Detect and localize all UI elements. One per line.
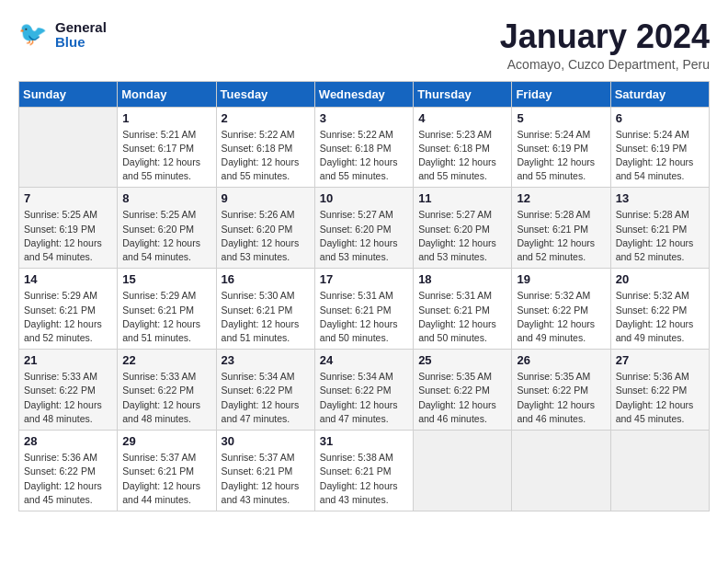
day-info: Sunrise: 5:29 AMSunset: 6:21 PMDaylight:… bbox=[122, 289, 210, 345]
calendar-cell bbox=[610, 431, 709, 511]
day-info: Sunrise: 5:26 AMSunset: 6:20 PMDaylight:… bbox=[222, 208, 310, 264]
day-number: 9 bbox=[222, 191, 310, 205]
month-title: January 2024 bbox=[500, 18, 710, 55]
day-info: Sunrise: 5:23 AMSunset: 6:18 PMDaylight:… bbox=[418, 128, 506, 184]
column-header-sunday: Sunday bbox=[19, 81, 118, 107]
calendar-cell: 31Sunrise: 5:38 AMSunset: 6:21 PMDayligh… bbox=[314, 431, 413, 511]
day-number: 19 bbox=[517, 272, 605, 286]
column-header-wednesday: Wednesday bbox=[314, 81, 413, 107]
day-info: Sunrise: 5:36 AMSunset: 6:22 PMDaylight:… bbox=[616, 370, 704, 426]
calendar-cell bbox=[512, 431, 610, 511]
day-number: 17 bbox=[320, 272, 408, 286]
day-info: Sunrise: 5:35 AMSunset: 6:22 PMDaylight:… bbox=[418, 370, 506, 426]
calendar-cell: 14Sunrise: 5:29 AMSunset: 6:21 PMDayligh… bbox=[19, 269, 118, 350]
calendar-cell: 30Sunrise: 5:37 AMSunset: 6:21 PMDayligh… bbox=[216, 431, 314, 511]
title-area: January 2024 Acomayo, Cuzco Department, … bbox=[500, 18, 710, 72]
day-info: Sunrise: 5:34 AMSunset: 6:22 PMDaylight:… bbox=[222, 370, 310, 426]
calendar-cell: 7Sunrise: 5:25 AMSunset: 6:19 PMDaylight… bbox=[19, 188, 118, 269]
day-number: 18 bbox=[418, 272, 506, 286]
day-info: Sunrise: 5:34 AMSunset: 6:22 PMDaylight:… bbox=[320, 370, 408, 426]
day-number: 11 bbox=[418, 191, 506, 205]
calendar-cell: 2Sunrise: 5:22 AMSunset: 6:18 PMDaylight… bbox=[216, 107, 314, 188]
day-info: Sunrise: 5:24 AMSunset: 6:19 PMDaylight:… bbox=[616, 128, 704, 184]
calendar-cell: 19Sunrise: 5:32 AMSunset: 6:22 PMDayligh… bbox=[512, 269, 610, 350]
day-info: Sunrise: 5:27 AMSunset: 6:20 PMDaylight:… bbox=[418, 208, 506, 264]
day-info: Sunrise: 5:36 AMSunset: 6:22 PMDaylight:… bbox=[24, 451, 112, 507]
calendar-cell: 18Sunrise: 5:31 AMSunset: 6:21 PMDayligh… bbox=[414, 269, 512, 350]
day-info: Sunrise: 5:29 AMSunset: 6:21 PMDaylight:… bbox=[24, 289, 112, 345]
calendar-week-row: 14Sunrise: 5:29 AMSunset: 6:21 PMDayligh… bbox=[19, 269, 710, 350]
day-number: 15 bbox=[122, 272, 210, 286]
logo: 🐦 General Blue bbox=[18, 18, 107, 52]
day-info: Sunrise: 5:37 AMSunset: 6:21 PMDaylight:… bbox=[122, 451, 210, 507]
calendar-cell: 3Sunrise: 5:22 AMSunset: 6:18 PMDaylight… bbox=[314, 107, 413, 188]
calendar-cell: 24Sunrise: 5:34 AMSunset: 6:22 PMDayligh… bbox=[314, 350, 413, 431]
calendar-cell: 28Sunrise: 5:36 AMSunset: 6:22 PMDayligh… bbox=[19, 431, 118, 511]
day-number: 3 bbox=[320, 111, 408, 125]
logo-blue: Blue bbox=[55, 35, 107, 51]
day-number: 30 bbox=[222, 434, 310, 448]
day-info: Sunrise: 5:37 AMSunset: 6:21 PMDaylight:… bbox=[222, 451, 310, 507]
calendar-cell bbox=[414, 431, 512, 511]
day-info: Sunrise: 5:38 AMSunset: 6:21 PMDaylight:… bbox=[320, 451, 408, 507]
day-number: 21 bbox=[24, 353, 112, 367]
column-header-monday: Monday bbox=[118, 81, 216, 107]
calendar-cell: 4Sunrise: 5:23 AMSunset: 6:18 PMDaylight… bbox=[414, 107, 512, 188]
calendar-cell: 9Sunrise: 5:26 AMSunset: 6:20 PMDaylight… bbox=[216, 188, 314, 269]
calendar-week-row: 28Sunrise: 5:36 AMSunset: 6:22 PMDayligh… bbox=[19, 431, 710, 511]
calendar-cell: 17Sunrise: 5:31 AMSunset: 6:21 PMDayligh… bbox=[314, 269, 413, 350]
day-info: Sunrise: 5:31 AMSunset: 6:21 PMDaylight:… bbox=[320, 289, 408, 345]
day-number: 25 bbox=[418, 353, 506, 367]
day-info: Sunrise: 5:28 AMSunset: 6:21 PMDaylight:… bbox=[616, 208, 704, 264]
logo-icon: 🐦 bbox=[18, 18, 51, 52]
day-number: 24 bbox=[320, 353, 408, 367]
day-number: 14 bbox=[24, 272, 112, 286]
day-info: Sunrise: 5:24 AMSunset: 6:19 PMDaylight:… bbox=[517, 128, 605, 184]
day-number: 8 bbox=[122, 191, 210, 205]
calendar-cell: 10Sunrise: 5:27 AMSunset: 6:20 PMDayligh… bbox=[314, 188, 413, 269]
calendar-week-row: 21Sunrise: 5:33 AMSunset: 6:22 PMDayligh… bbox=[19, 350, 710, 431]
calendar-cell: 26Sunrise: 5:35 AMSunset: 6:22 PMDayligh… bbox=[512, 350, 610, 431]
day-info: Sunrise: 5:33 AMSunset: 6:22 PMDaylight:… bbox=[122, 370, 210, 426]
day-info: Sunrise: 5:22 AMSunset: 6:18 PMDaylight:… bbox=[222, 128, 310, 184]
day-info: Sunrise: 5:21 AMSunset: 6:17 PMDaylight:… bbox=[122, 128, 210, 184]
day-info: Sunrise: 5:35 AMSunset: 6:22 PMDaylight:… bbox=[517, 370, 605, 426]
day-number: 22 bbox=[122, 353, 210, 367]
calendar-cell: 25Sunrise: 5:35 AMSunset: 6:22 PMDayligh… bbox=[414, 350, 512, 431]
calendar-cell: 12Sunrise: 5:28 AMSunset: 6:21 PMDayligh… bbox=[512, 188, 610, 269]
day-info: Sunrise: 5:25 AMSunset: 6:20 PMDaylight:… bbox=[122, 208, 210, 264]
column-header-friday: Friday bbox=[512, 81, 610, 107]
column-header-tuesday: Tuesday bbox=[216, 81, 314, 107]
calendar-week-row: 7Sunrise: 5:25 AMSunset: 6:19 PMDaylight… bbox=[19, 188, 710, 269]
day-number: 20 bbox=[616, 272, 704, 286]
day-info: Sunrise: 5:31 AMSunset: 6:21 PMDaylight:… bbox=[418, 289, 506, 345]
calendar-cell: 21Sunrise: 5:33 AMSunset: 6:22 PMDayligh… bbox=[19, 350, 118, 431]
day-number: 10 bbox=[320, 191, 408, 205]
calendar-body: 1Sunrise: 5:21 AMSunset: 6:17 PMDaylight… bbox=[19, 107, 710, 511]
day-number: 16 bbox=[222, 272, 310, 286]
day-number: 5 bbox=[517, 111, 605, 125]
calendar-table: SundayMondayTuesdayWednesdayThursdayFrid… bbox=[18, 81, 710, 511]
calendar-cell: 13Sunrise: 5:28 AMSunset: 6:21 PMDayligh… bbox=[610, 188, 709, 269]
day-number: 31 bbox=[320, 434, 408, 448]
page-header: 🐦 General Blue January 2024 Acomayo, Cuz… bbox=[18, 18, 710, 72]
day-info: Sunrise: 5:28 AMSunset: 6:21 PMDaylight:… bbox=[517, 208, 605, 264]
location-subtitle: Acomayo, Cuzco Department, Peru bbox=[500, 57, 710, 72]
calendar-cell: 16Sunrise: 5:30 AMSunset: 6:21 PMDayligh… bbox=[216, 269, 314, 350]
day-info: Sunrise: 5:22 AMSunset: 6:18 PMDaylight:… bbox=[320, 128, 408, 184]
calendar-cell: 5Sunrise: 5:24 AMSunset: 6:19 PMDaylight… bbox=[512, 107, 610, 188]
day-number: 4 bbox=[418, 111, 506, 125]
day-number: 28 bbox=[24, 434, 112, 448]
column-header-saturday: Saturday bbox=[610, 81, 709, 107]
calendar-cell: 11Sunrise: 5:27 AMSunset: 6:20 PMDayligh… bbox=[414, 188, 512, 269]
calendar-cell bbox=[19, 107, 118, 188]
day-number: 23 bbox=[222, 353, 310, 367]
calendar-cell: 6Sunrise: 5:24 AMSunset: 6:19 PMDaylight… bbox=[610, 107, 709, 188]
day-info: Sunrise: 5:27 AMSunset: 6:20 PMDaylight:… bbox=[320, 208, 408, 264]
day-number: 7 bbox=[24, 191, 112, 205]
day-number: 29 bbox=[122, 434, 210, 448]
calendar-cell: 29Sunrise: 5:37 AMSunset: 6:21 PMDayligh… bbox=[118, 431, 216, 511]
calendar-cell: 27Sunrise: 5:36 AMSunset: 6:22 PMDayligh… bbox=[610, 350, 709, 431]
day-info: Sunrise: 5:25 AMSunset: 6:19 PMDaylight:… bbox=[24, 208, 112, 264]
day-info: Sunrise: 5:30 AMSunset: 6:21 PMDaylight:… bbox=[222, 289, 310, 345]
